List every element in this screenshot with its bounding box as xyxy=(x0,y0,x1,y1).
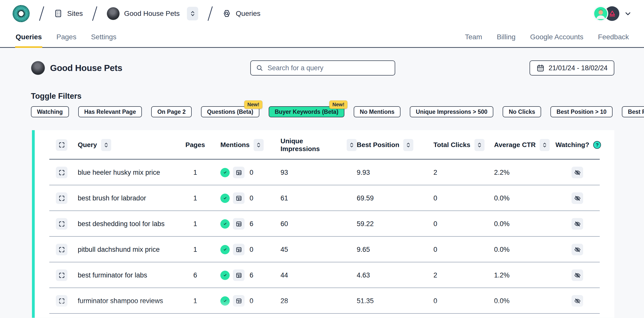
query-text: furminator shampoo reviews xyxy=(78,297,163,305)
account-menu-chevron-icon[interactable] xyxy=(624,10,632,18)
top-bar: Sites Good House Pets Queries xyxy=(0,0,644,27)
pages-cell: 1 xyxy=(176,169,220,176)
watching-cell xyxy=(555,269,614,281)
average-ctr-cell: 0.0% xyxy=(494,220,555,228)
breadcrumb-sites[interactable]: Sites xyxy=(54,9,83,18)
nav-link-google-accounts[interactable]: Google Accounts xyxy=(530,33,583,41)
chevron-up-down-icon xyxy=(190,10,195,17)
average-ctr-cell: 0.0% xyxy=(494,194,555,202)
sort-mentions-button[interactable] xyxy=(254,139,264,151)
filter-toggle-watching[interactable]: Watching xyxy=(31,106,69,117)
col-label-total-clicks: Total Clicks xyxy=(433,141,470,149)
filter-toggle-on-page-2[interactable]: On Page 2 xyxy=(151,106,191,117)
mentions-count: 0 xyxy=(250,297,253,305)
filter-toggle-questions-beta[interactable]: New! Questions (Beta) xyxy=(201,106,259,117)
page-title-text: Good House Pets xyxy=(50,63,122,73)
watch-toggle-button[interactable] xyxy=(572,295,583,307)
nav-link-feedback[interactable]: Feedback xyxy=(598,33,629,41)
watch-toggle-button[interactable] xyxy=(572,192,583,204)
watch-toggle-button[interactable] xyxy=(572,244,583,255)
sort-best-position-button[interactable] xyxy=(403,139,413,151)
mentions-table-button[interactable] xyxy=(233,192,245,204)
watch-toggle-button[interactable] xyxy=(572,167,583,178)
org-logo-triangle-icon xyxy=(608,9,616,18)
col-header-query: Query xyxy=(77,139,176,151)
unique-impressions-cell: 93 xyxy=(280,169,357,176)
table-icon xyxy=(235,169,242,176)
col-label-watching: Watching? xyxy=(555,141,589,149)
site-switcher-button[interactable] xyxy=(187,7,198,20)
expand-row-button[interactable] xyxy=(56,192,67,204)
nav-link-billing[interactable]: Billing xyxy=(497,33,516,41)
sort-average-ctr-button[interactable] xyxy=(540,139,550,151)
table-icon xyxy=(235,298,242,304)
mentions-count: 6 xyxy=(250,271,253,279)
expand-row-button[interactable] xyxy=(56,269,67,281)
total-clicks-cell: 0 xyxy=(433,297,494,305)
breadcrumb-site[interactable]: Good House Pets xyxy=(107,7,198,20)
total-clicks-cell: 2 xyxy=(433,271,494,279)
page-title: Good House Pets xyxy=(31,61,122,75)
mentions-cell: 0 xyxy=(220,295,280,307)
breadcrumb-site-name: Good House Pets xyxy=(124,10,180,18)
mentions-table-button[interactable] xyxy=(233,269,245,281)
watch-toggle-button[interactable] xyxy=(572,269,583,281)
breadcrumb-queries[interactable]: Queries xyxy=(222,9,260,18)
tab-label: Pages xyxy=(56,33,76,41)
expand-row-button[interactable] xyxy=(56,244,67,255)
search-input[interactable] xyxy=(267,64,390,72)
filter-toggle-no-mentions[interactable]: No Mentions xyxy=(354,106,400,117)
user-avatar[interactable] xyxy=(593,6,608,21)
col-label-query: Query xyxy=(78,141,97,149)
sort-total-clicks-button[interactable] xyxy=(474,139,485,151)
filter-toggle-best-position-10[interactable]: Best Position > 10 xyxy=(550,106,613,117)
unique-impressions-cell: 61 xyxy=(280,194,357,202)
filter-toggle-unique-impressions-500[interactable]: Unique Impressions > 500 xyxy=(410,106,493,117)
mentions-table-button[interactable] xyxy=(233,218,245,230)
expand-row-button[interactable] xyxy=(56,218,67,230)
help-icon[interactable] xyxy=(593,141,601,149)
col-header-pages: Pages xyxy=(176,141,220,149)
sort-query-button[interactable] xyxy=(101,139,111,151)
tab-settings[interactable]: Settings xyxy=(91,27,117,47)
filter-label: Has Relevant Page xyxy=(84,109,136,115)
col-header-total-clicks: Total Clicks xyxy=(433,139,494,151)
filter-toggle-best-position-10[interactable]: Best Position < 10 xyxy=(622,106,644,117)
mentions-table-button[interactable] xyxy=(233,295,245,307)
filter-toggle-no-clicks[interactable]: No Clicks xyxy=(503,106,541,117)
tab-pages[interactable]: Pages xyxy=(56,27,77,47)
filter-label: Unique Impressions > 500 xyxy=(416,109,487,115)
filters-heading: Toggle Filters xyxy=(31,92,644,101)
query-cell: best brush for labrador xyxy=(77,194,176,202)
mention-check-icon xyxy=(220,194,230,203)
watch-toggle-button[interactable] xyxy=(572,218,583,230)
sort-unique-impressions-button[interactable] xyxy=(347,139,357,151)
mentions-cell: 0 xyxy=(220,244,280,255)
pages-cell: 1 xyxy=(176,246,220,254)
query-cell: pitbull dachshund mix price xyxy=(77,246,176,254)
mentions-cell: 6 xyxy=(220,218,280,230)
mentions-table-button[interactable] xyxy=(233,167,245,178)
mentions-cell: 0 xyxy=(220,167,280,178)
nav-link-team[interactable]: Team xyxy=(465,33,482,41)
tab-queries[interactable]: Queries xyxy=(15,27,42,47)
filter-toggle-has-relevant-page[interactable]: Has Relevant Page xyxy=(78,106,142,117)
mentions-table-button[interactable] xyxy=(233,244,245,255)
expand-row-button[interactable] xyxy=(56,167,67,178)
query-cell: furminator shampoo reviews xyxy=(77,297,176,305)
expand-icon xyxy=(58,221,65,227)
filter-toggle-buyer-keywords-beta[interactable]: New! Buyer Keywords (Beta) xyxy=(269,106,344,117)
expand-row-button[interactable] xyxy=(56,295,67,307)
watching-cell xyxy=(555,218,614,230)
best-position-cell: 51.35 xyxy=(357,297,433,305)
best-position-cell: 69.59 xyxy=(357,194,433,202)
sort-icon xyxy=(477,142,482,148)
date-range-button[interactable]: 21/01/24 - 18/02/24 xyxy=(530,60,614,76)
table-row-furminator-shampoo-reviews: furminator shampoo reviews 1 xyxy=(35,288,614,314)
table-row-pitbull-dachshund-mix-price: pitbull dachshund mix price 1 xyxy=(35,237,614,262)
table-icon xyxy=(235,195,242,202)
app-logo[interactable] xyxy=(13,5,30,22)
table-body: blue heeler husky mix price 1 xyxy=(35,160,614,314)
average-ctr-cell: 0.0% xyxy=(494,297,555,305)
expand-all-button[interactable] xyxy=(56,139,67,151)
